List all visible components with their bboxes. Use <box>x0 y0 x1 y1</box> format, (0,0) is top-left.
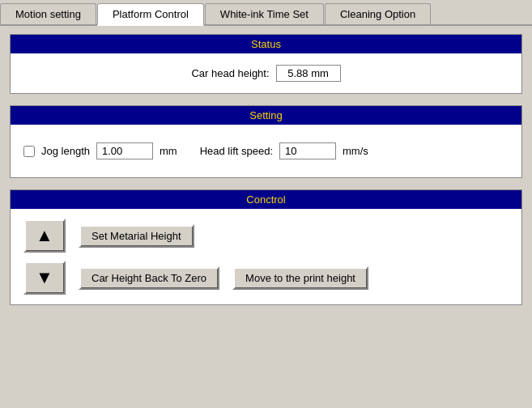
arrow-up-button[interactable] <box>23 219 66 253</box>
setting-row: Jog length mm Head lift speed: mm/s <box>23 136 509 166</box>
status-header: Status <box>11 35 521 53</box>
set-material-height-button[interactable]: Set Metarial Height <box>79 224 194 248</box>
arrow-down-icon <box>36 267 53 288</box>
tab-motion-setting[interactable]: Motion setting <box>0 3 96 24</box>
setting-body: Jog length mm Head lift speed: mm/s <box>11 125 521 177</box>
tab-bar: Motion setting Platform Control White-in… <box>0 0 532 26</box>
tab-white-ink-time-set[interactable]: White-ink Time Set <box>205 3 324 24</box>
tab-platform-control[interactable]: Platform Control <box>97 3 204 26</box>
status-row: Car head height: 5.88 mm <box>23 65 509 82</box>
car-height-back-button[interactable]: Car Height Back To Zero <box>79 266 219 290</box>
control-row-up: Set Metarial Height <box>23 219 509 253</box>
move-to-print-height-button[interactable]: Move to the print height <box>232 266 368 290</box>
setting-header: Setting <box>11 106 521 125</box>
jog-length-unit: mm <box>160 145 177 157</box>
control-row-down: Car Height Back To Zero Move to the prin… <box>23 261 509 295</box>
control-section: Conctrol Set Metarial Height Car Height … <box>10 189 522 305</box>
head-lift-speed-unit: mm/s <box>343 145 368 157</box>
arrow-down-button[interactable] <box>23 261 66 295</box>
head-lift-speed-label: Head lift speed: <box>200 145 273 157</box>
jog-length-label: Jog length <box>41 145 90 157</box>
car-head-height-value: 5.88 mm <box>276 65 341 82</box>
status-section: Status Car head height: 5.88 mm <box>10 34 522 94</box>
main-content: Status Car head height: 5.88 mm Setting … <box>0 26 532 406</box>
head-lift-speed-input[interactable] <box>279 142 336 159</box>
control-header: Conctrol <box>11 190 521 209</box>
tab-cleaning-option[interactable]: Cleaning Option <box>325 3 431 24</box>
setting-section: Setting Jog length mm Head lift speed: m… <box>10 105 522 178</box>
status-body: Car head height: 5.88 mm <box>11 53 521 93</box>
jog-length-checkbox[interactable] <box>23 146 35 157</box>
car-head-height-label: Car head height: <box>191 67 269 79</box>
arrow-up-icon <box>36 225 53 246</box>
control-body: Set Metarial Height Car Height Back To Z… <box>11 209 521 304</box>
jog-length-input[interactable] <box>96 142 153 159</box>
